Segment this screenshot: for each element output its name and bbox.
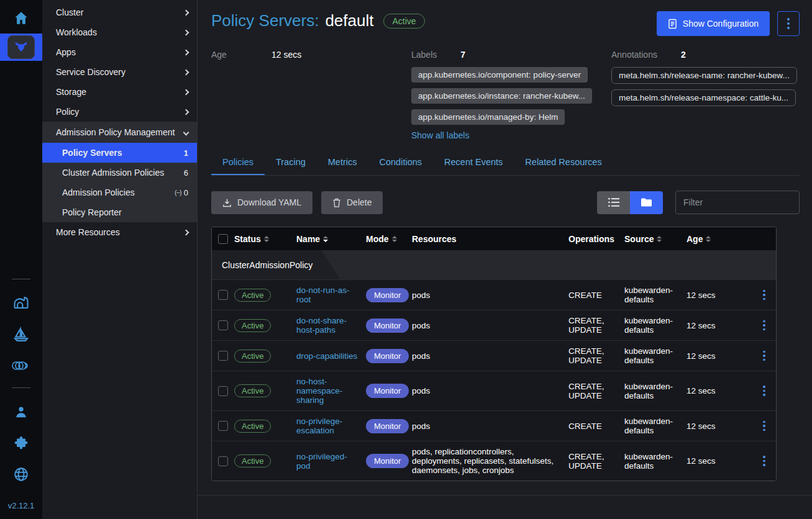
row-checkbox[interactable] [218, 456, 228, 466]
globe-icon[interactable] [11, 465, 32, 484]
source-cell: kubewarden-defaults [624, 417, 687, 435]
operations-cell: CREATE, UPDATE [568, 452, 624, 471]
mode-badge: Monitor [366, 318, 409, 333]
policy-name-link[interactable]: do-not-run-as-root [296, 286, 366, 304]
column-header-resources[interactable]: Resources [412, 234, 568, 244]
resources-cell: pods [412, 422, 568, 431]
source-cell: kubewarden-defaults [624, 382, 687, 400]
tab-conditions[interactable]: Conditions [368, 150, 434, 175]
show-configuration-button[interactable]: Show Configuration [657, 11, 770, 36]
extensions-puzzle-icon[interactable] [11, 434, 32, 453]
sidebar-nav: Cluster Workloads Apps Service Discovery… [42, 0, 198, 519]
kubewarden-app-icon[interactable] [7, 35, 35, 59]
status-badge: Active [234, 454, 271, 467]
cluster-harvester-icon[interactable] [11, 294, 32, 313]
row-kebab-menu-button[interactable] [752, 421, 776, 431]
tab-recent-events[interactable]: Recent Events [433, 150, 514, 175]
sidebar-item-storage[interactable]: Storage [42, 82, 197, 102]
resources-cell: pods [412, 351, 568, 361]
policy-name-link[interactable]: no-host-namespace-sharing [296, 377, 366, 405]
version-label: v2.12.1 [8, 501, 35, 510]
sidebar-item-service-discovery[interactable]: Service Discovery [42, 62, 197, 82]
tab-tracing[interactable]: Tracing [265, 150, 317, 175]
row-checkbox[interactable] [218, 290, 228, 300]
table-row[interactable]: Active do-not-run-as-root Monitor pods C… [212, 279, 776, 310]
show-all-labels-link[interactable]: Show all labels [411, 130, 469, 140]
cluster-fleet-icon[interactable] [11, 356, 32, 375]
sidebar-item-cluster[interactable]: Cluster [42, 2, 197, 22]
column-header-status[interactable]: Status [234, 234, 296, 244]
delete-label: Delete [347, 197, 372, 207]
age-value: 12 secs [271, 50, 301, 60]
sidebar-item-policy-reporter[interactable]: Policy Reporter [42, 202, 197, 222]
list-view-button[interactable] [597, 191, 630, 214]
user-icon[interactable] [11, 403, 32, 422]
sidebar-item-label: Service Discovery [56, 67, 125, 77]
header-kebab-menu-button[interactable] [777, 11, 800, 36]
operations-cell: CREATE, UPDATE [568, 346, 624, 365]
sidebar-item-admission-policies[interactable]: Admission Policies (−)0 [42, 183, 197, 202]
mode-badge: Monitor [366, 288, 409, 302]
column-header-age[interactable]: Age [687, 234, 752, 244]
row-kebab-menu-button[interactable] [752, 351, 776, 361]
show-configuration-label: Show Configuration [683, 19, 759, 29]
sidebar-item-policy[interactable]: Policy [42, 102, 197, 122]
sidebar-item-policy-servers[interactable]: Policy Servers 1 [42, 143, 197, 163]
row-checkbox[interactable] [218, 320, 228, 330]
policy-name-link[interactable]: no-privilege-escalation [296, 417, 366, 435]
chevron-right-icon [183, 109, 189, 115]
table-row[interactable]: Active drop-capabilities Monitor pods CR… [212, 340, 776, 371]
table-row[interactable]: Active no-privileged-pod Monitor pods, r… [212, 441, 776, 481]
tab-metrics[interactable]: Metrics [317, 150, 368, 175]
sort-icon [706, 236, 711, 242]
operations-cell: CREATE [568, 291, 624, 300]
home-icon[interactable] [13, 10, 29, 26]
column-header-operations[interactable]: Operations [568, 234, 624, 244]
download-yaml-button[interactable]: Download YAML [211, 191, 312, 214]
select-all-checkbox[interactable] [218, 234, 228, 244]
page-title-type[interactable]: Policy Servers: [211, 11, 319, 30]
status-badge: Active [234, 420, 271, 433]
column-header-source[interactable]: Source [624, 234, 687, 244]
policy-name-link[interactable]: drop-capabilities [296, 351, 366, 361]
row-checkbox[interactable] [218, 386, 228, 396]
operations-cell: CREATE, UPDATE [568, 382, 624, 400]
sidebar-item-label: Policy Servers [62, 148, 122, 158]
labels-count: 7 [460, 50, 465, 60]
row-checkbox[interactable] [218, 351, 228, 361]
table-row[interactable]: Active no-privilege-escalation Monitor p… [212, 410, 776, 441]
chevron-right-icon [183, 229, 189, 235]
cluster-sailboat-icon[interactable] [11, 325, 32, 344]
row-checkbox[interactable] [218, 421, 228, 431]
sidebar-item-cluster-admission-policies[interactable]: Cluster Admission Policies 6 [42, 163, 197, 183]
age-cell: 12 secs [687, 291, 752, 300]
filter-input[interactable] [675, 191, 800, 214]
sidebar-item-more-resources[interactable]: More Resources [42, 222, 197, 242]
main-content: Policy Servers: default Active Show Conf… [198, 0, 812, 519]
row-kebab-menu-button[interactable] [752, 320, 776, 331]
row-kebab-menu-button[interactable] [752, 386, 776, 396]
table-row[interactable]: Active do-not-share-host-paths Monitor p… [212, 310, 776, 340]
policy-name-link[interactable]: no-privileged-pod [296, 452, 366, 471]
sidebar-item-apps[interactable]: Apps [42, 42, 197, 62]
table-row[interactable]: Active no-host-namespace-sharing Monitor… [212, 371, 776, 410]
chevron-right-icon [183, 9, 189, 16]
column-header-mode[interactable]: Mode [366, 234, 412, 244]
resources-cell: pods [412, 291, 568, 300]
column-header-name[interactable]: Name [296, 234, 366, 244]
annotation-chip: meta.helm.sh/release-name: rancher-kubew… [611, 67, 797, 84]
row-kebab-menu-button[interactable] [752, 290, 776, 300]
row-kebab-menu-button[interactable] [752, 456, 776, 466]
source-cell: kubewarden-defaults [624, 346, 687, 365]
list-icon [608, 198, 619, 207]
sidebar-item-label: Cluster [56, 7, 83, 17]
operations-cell: CREATE, UPDATE [568, 316, 624, 335]
policy-name-link[interactable]: do-not-share-host-paths [296, 316, 366, 335]
tab-related-resources[interactable]: Related Resources [514, 150, 613, 175]
admission-policy-management-group: Admission Policy Management Policy Serve… [42, 122, 197, 222]
sidebar-item-workloads[interactable]: Workloads [42, 22, 197, 42]
sidebar-item-admission-policy-management[interactable]: Admission Policy Management [42, 122, 197, 143]
group-view-button[interactable] [630, 191, 663, 214]
tab-policies[interactable]: Policies [211, 150, 265, 175]
delete-button[interactable]: Delete [321, 191, 383, 214]
